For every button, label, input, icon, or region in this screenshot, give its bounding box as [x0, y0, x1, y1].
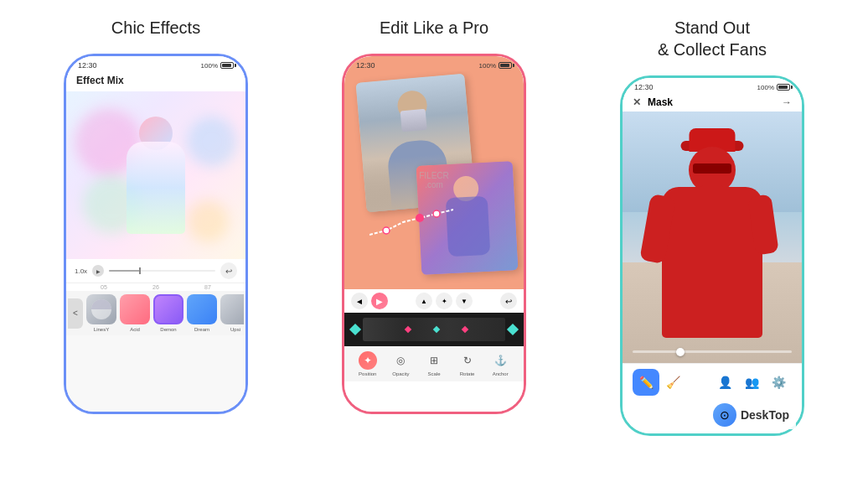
opacity-icon: ◎ — [391, 351, 410, 370]
effect-label-acid: Acid — [130, 327, 140, 332]
title-collect: & Collect Fans — [658, 40, 767, 59]
title-line1: Stand Out — [674, 18, 750, 37]
speed-label: 1.0x — [75, 267, 87, 275]
slider-track[interactable] — [633, 350, 792, 353]
battery-icon-3 — [777, 84, 790, 91]
timeline-bar-1 — [109, 270, 215, 272]
phone2-nav-controls: ◄ ▶ ▲ ✦ ▼ ↩ — [344, 289, 524, 313]
opacity-label: Opacity — [392, 371, 409, 376]
toolbar-anchor[interactable]: ⚓ Anchor — [491, 351, 509, 376]
anchor-label: Anchor — [493, 371, 509, 376]
phone3-statusbar: 12:30 100% — [623, 78, 802, 93]
phone2-canvas: FILECR .com — [344, 71, 524, 289]
person3-body — [662, 187, 762, 338]
effect-item-dream[interactable]: Dream — [187, 294, 217, 332]
move-btn[interactable]: ✦ — [436, 293, 452, 309]
battery-icon-2 — [499, 62, 512, 69]
phone2-time: 12:30 — [356, 61, 375, 70]
phone2-toolbar: ✦ Position ◎ Opacity ⊞ Scale ↻ — [344, 346, 524, 381]
tick-2: 26 — [152, 284, 159, 290]
effect-label-dream: Dream — [194, 327, 209, 332]
timeline-diamond-1 — [349, 324, 361, 335]
ticks-row-1: 05 26 87 — [66, 283, 245, 291]
next-arrow-btn[interactable]: → — [782, 96, 792, 108]
effect-item-upsi[interactable]: Upsi — [220, 294, 244, 332]
effect-thumb-upsi — [220, 294, 244, 324]
undo-btn-2[interactable]: ↩ — [500, 293, 517, 309]
color-stream-blue — [187, 117, 237, 167]
rotate-label: Rotate — [460, 371, 475, 376]
people-btn[interactable]: 👥 — [738, 369, 765, 396]
mask-label: Mask — [648, 96, 673, 108]
timeline-strip[interactable] — [363, 318, 505, 341]
play-btn-1[interactable]: ▶ — [92, 265, 104, 277]
effect-label-linesy: LinesY — [94, 327, 109, 332]
arm-right — [747, 194, 778, 255]
phone-container-3: 12:30 100% ✕ Mask → — [620, 75, 804, 436]
phone3-image — [623, 111, 802, 363]
svg-point-0 — [383, 227, 390, 234]
position-icon: ✦ — [359, 351, 377, 370]
anchor-icon: ⚓ — [491, 351, 509, 370]
effect-mix-label: Effect Mix — [76, 75, 124, 86]
close-x-btn[interactable]: ✕ — [633, 96, 641, 108]
title-chic-effects: Chic Effects — [111, 17, 200, 39]
effect-label-upsi: Upsi — [230, 327, 240, 332]
phone3-battery-text: 100% — [757, 84, 774, 91]
phone-mockup-3: 12:30 100% ✕ Mask → — [620, 75, 804, 436]
effect-thumb-linesy — [86, 294, 116, 324]
toolbar-rotate[interactable]: ↻ Rotate — [458, 351, 477, 376]
eraser-btn[interactable]: 🧹 — [659, 369, 686, 396]
phone2-timeline — [344, 313, 524, 346]
battery-fill-2 — [500, 64, 509, 67]
playhead-1 — [139, 267, 141, 274]
arm-left — [639, 194, 675, 264]
person-body-1 — [127, 142, 185, 234]
nav-play-btn[interactable]: ▶ — [371, 293, 388, 309]
position-label: Position — [359, 371, 376, 376]
toolbar-opacity[interactable]: ◎ Opacity — [391, 351, 410, 376]
desktop-text-label: DeskTop — [741, 408, 789, 422]
undo-btn-1[interactable]: ↩ — [220, 262, 237, 279]
effect-thumbs-list: LinesY Acid Demon — [83, 294, 244, 332]
effect-item-acid[interactable]: Acid — [120, 294, 150, 332]
timeline-diamond-2 — [507, 324, 519, 335]
nav-arrow-left[interactable]: < — [68, 298, 83, 329]
effects-row: < LinesY — [66, 291, 245, 335]
phone1-header: Effect Mix — [66, 71, 245, 91]
title-collect-fans: Stand Out Stand Out & Collect Fans & Col… — [658, 17, 767, 60]
slider-thumb[interactable] — [676, 348, 685, 356]
phone-mockup-1: 12:30 100% Effect Mix — [64, 54, 248, 414]
toolbar-position[interactable]: ✦ Position — [359, 351, 377, 376]
person-btn[interactable]: 👤 — [711, 369, 738, 396]
svg-point-2 — [433, 210, 440, 217]
phone2-statusbar: 12:30 100% — [344, 56, 524, 71]
curve-line-svg — [369, 205, 453, 239]
expand-up-btn[interactable]: ▲ — [416, 293, 432, 309]
expand-down-btn[interactable]: ▼ — [456, 293, 473, 309]
desktop-watermark: ⊙ DeskTop — [706, 401, 796, 429]
timeline-progress-1 — [109, 270, 141, 272]
column-collect-fans: Stand Out Stand Out & Collect Fans & Col… — [581, 17, 843, 436]
phone1-time: 12:30 — [78, 61, 97, 70]
phone3-status-right: 100% — [757, 84, 790, 91]
sunglasses — [693, 163, 731, 174]
phone3-time: 12:30 — [634, 83, 654, 91]
phone2-status-right: 100% — [479, 62, 512, 70]
brush-btn[interactable]: ✏️ — [633, 369, 659, 396]
effect-item-linesy[interactable]: LinesY — [86, 294, 116, 332]
person-silhouette-1 — [118, 117, 194, 259]
battery-fill-3 — [778, 86, 788, 89]
image-slider-row — [633, 350, 792, 353]
phone-mockup-2: 12:30 100% — [342, 54, 526, 414]
phone2-screen: 12:30 100% — [344, 56, 524, 412]
tick-3: 87 — [204, 284, 211, 290]
effect-item-demon[interactable]: Demon — [153, 294, 183, 332]
toolbar-scale[interactable]: ⊞ Scale — [425, 351, 443, 376]
phone-container-2: 12:30 100% — [342, 54, 526, 414]
column-chic-effects: Chic Effects 12:30 100% — [25, 17, 287, 414]
effect-label-demon: Demon — [160, 327, 176, 332]
magic-btn[interactable]: ⚙️ — [765, 369, 792, 396]
nav-prev-btn[interactable]: ◄ — [351, 293, 368, 309]
photo1-hood — [400, 109, 427, 132]
